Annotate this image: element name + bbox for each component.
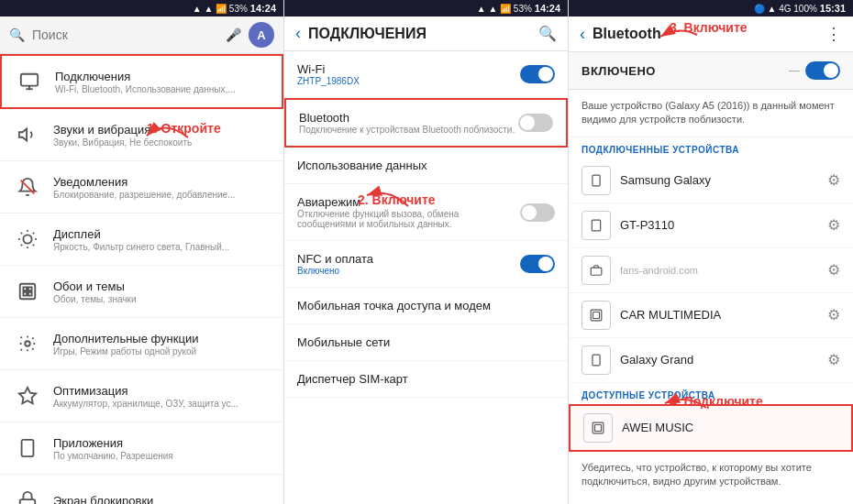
svg-rect-14: [23, 287, 27, 290]
samsung-galaxy-name: Samsung Galaxy: [620, 173, 827, 187]
apps-title: Приложения: [53, 436, 272, 450]
bluetooth-toggle[interactable]: [518, 114, 553, 132]
device-icon-unknown: [582, 256, 611, 285]
menu-item-notifications[interactable]: Уведомления Блокирование, разрешение, до…: [0, 161, 283, 214]
lockscreen-title: Экран блокировки: [53, 494, 272, 505]
optimize-icon: [11, 379, 44, 412]
menu-item-connections[interactable]: Подключения Wi-Fi, Bluetooth, Использова…: [0, 54, 283, 109]
bluetooth-devices-list: ПОДКЛЮЧЕННЫЕ УСТРОЙСТВА Samsung Galaxy ⚙…: [569, 137, 853, 504]
bt-device-unknown[interactable]: fans-android.com ⚙: [569, 248, 853, 293]
display-subtitle: Яркость, Фильтр синего света, Главный...: [53, 242, 272, 252]
gear-icon-unknown[interactable]: ⚙: [827, 261, 840, 279]
display-icon: [11, 223, 44, 256]
themes-subtitle: Обои, темы, значки: [53, 294, 272, 304]
conn-item-wifi[interactable]: Wi-Fi ZHTP_1986DX: [284, 51, 568, 98]
airplane-title: Авиарежим: [297, 195, 520, 209]
bt-device-samsung-galaxy[interactable]: Samsung Galaxy ⚙: [569, 159, 853, 203]
conn-item-sim[interactable]: Диспетчер SIM-карт: [284, 361, 568, 398]
svg-line-7: [21, 233, 22, 234]
svg-marker-19: [19, 388, 36, 403]
connections-panel: ▲ ▲ 📶 53% 14:24 ‹ ПОДКЛЮЧЕНИЯ 🔍 Wi-Fi ZH…: [284, 0, 569, 504]
menu-item-sounds[interactable]: Звуки и вибрация Звуки, Вибрация, Не бес…: [0, 109, 283, 161]
mic-icon[interactable]: 🎤: [226, 27, 241, 42]
search-button-2[interactable]: 🔍: [538, 25, 557, 42]
bt-device-gt-p3110[interactable]: GT-P3110 ⚙: [569, 203, 853, 248]
menu-item-advanced[interactable]: Дополнительные функции Игры, Режим работ…: [0, 318, 283, 370]
svg-line-8: [33, 245, 34, 246]
bt-device-awei-music[interactable]: AWEI MUSIC: [569, 404, 853, 452]
time-2: 14:24: [535, 3, 560, 14]
bt-toggle-line: [789, 71, 800, 71]
status-bar-3: 🔵 ▲ 4G 100% 15:31: [569, 0, 853, 16]
nfc-sub: Включено: [297, 266, 520, 276]
advanced-title: Дополнительные функции: [53, 332, 272, 345]
gear-icon-samsung[interactable]: ⚙: [827, 171, 840, 189]
sounds-icon: [11, 118, 44, 151]
settings-panel: ▲ ▲ 📶 53% 14:24 🔍 🎤 A Подключения Wi-Fi,…: [0, 0, 284, 504]
nfc-toggle[interactable]: [520, 255, 555, 273]
conn-item-nfc[interactable]: NFC и оплата Включено: [284, 241, 568, 288]
svg-line-12: [33, 233, 34, 234]
connections-panel-title: ПОДКЛЮЧЕНИЯ: [308, 26, 531, 42]
bt-device-car-multimedia[interactable]: CAR MULTIMEDIA ⚙: [569, 293, 853, 338]
bluetooth-title: Bluetooth: [299, 111, 518, 125]
main-container: ▲ ▲ 📶 53% 14:24 🔍 🎤 A Подключения Wi-Fi,…: [0, 0, 853, 504]
signal-icons-1: ▲ ▲ 📶 53%: [193, 4, 248, 14]
menu-item-themes[interactable]: Обои и темы Обои, темы, значки: [0, 266, 283, 318]
back-button-3[interactable]: ‹: [580, 25, 585, 44]
optimize-title: Оптимизация: [53, 384, 272, 398]
gear-icon-gt[interactable]: ⚙: [827, 216, 840, 234]
svg-rect-27: [591, 268, 602, 275]
gear-icon-car[interactable]: ⚙: [827, 306, 840, 323]
connections-title: Подключения: [55, 70, 271, 83]
svg-point-4: [23, 235, 31, 243]
svg-rect-30: [593, 355, 600, 366]
menu-item-apps[interactable]: Приложения По умолчанию, Разрешения: [0, 422, 283, 475]
profile-avatar[interactable]: A: [249, 22, 274, 48]
conn-item-mobile[interactable]: Мобильные сети: [284, 324, 568, 361]
advanced-icon: [11, 327, 44, 360]
bluetooth-main-toggle[interactable]: [805, 61, 840, 80]
car-icon: [582, 301, 611, 330]
settings-list: Подключения Wi-Fi, Bluetooth, Использова…: [0, 54, 283, 504]
connections-subtitle: Wi-Fi, Bluetooth, Использование данных,.…: [55, 84, 271, 94]
conn-item-data[interactable]: Использование данных: [284, 148, 568, 184]
conn-item-hotspot[interactable]: Мобильная точка доступа и модем: [284, 288, 568, 324]
airplane-sub: Отключение функций вызова, обмена сообще…: [297, 209, 520, 229]
search-input[interactable]: [32, 27, 218, 42]
notifications-icon: [11, 170, 44, 203]
connections-header: ‹ ПОДКЛЮЧЕНИЯ 🔍: [284, 16, 568, 51]
search-icon: 🔍: [9, 27, 25, 42]
menu-item-optimize[interactable]: Оптимизация Аккумулятор, хранилище, ОЗУ,…: [0, 370, 283, 422]
display-title: Дисплей: [53, 227, 272, 241]
wifi-toggle[interactable]: [520, 65, 555, 83]
hotspot-title: Мобильная точка доступа и модем: [297, 299, 555, 312]
themes-title: Обои и темы: [53, 279, 272, 293]
conn-item-airplane[interactable]: Авиарежим Отключение функций вызова, обм…: [284, 184, 568, 241]
bluetooth-enabled-bar: ВКЛЮЧЕНО: [569, 52, 853, 90]
unknown-device-name: fans-android.com: [620, 265, 827, 276]
bluetooth-sub: Подключение к устройствам Bluetooth побл…: [299, 125, 518, 135]
sounds-subtitle: Звуки, Вибрация, Не беспокоить: [53, 137, 272, 148]
menu-item-lockscreen[interactable]: Экран блокировки: [0, 475, 283, 504]
themes-icon: [11, 275, 44, 308]
back-button-2[interactable]: ‹: [295, 24, 301, 43]
connected-section-label: ПОДКЛЮЧЕННЫЕ УСТРОЙСТВА: [569, 137, 853, 159]
menu-item-display[interactable]: Дисплей Яркость, Фильтр синего света, Гл…: [0, 214, 283, 266]
wifi-sub: ZHTP_1986DX: [297, 76, 520, 86]
svg-rect-16: [23, 292, 27, 296]
gear-icon-grand[interactable]: ⚙: [827, 351, 840, 368]
apps-icon: [11, 432, 44, 465]
sounds-title: Звуки и вибрация: [53, 123, 272, 137]
svg-rect-0: [21, 74, 38, 86]
more-options-button[interactable]: ⋮: [825, 24, 842, 44]
bt-device-galaxy-grand[interactable]: Galaxy Grand ⚙: [569, 338, 853, 383]
time-1: 14:24: [250, 3, 276, 14]
galaxy-grand-name: Galaxy Grand: [620, 353, 827, 367]
music-icon-awei: [583, 413, 613, 443]
svg-rect-22: [20, 499, 36, 504]
conn-item-bluetooth[interactable]: Bluetooth Подключение к устройствам Blue…: [284, 98, 568, 148]
airplane-toggle[interactable]: [520, 203, 555, 222]
connections-icon: [13, 65, 46, 98]
advanced-subtitle: Игры, Режим работы одной рукой: [53, 346, 272, 356]
